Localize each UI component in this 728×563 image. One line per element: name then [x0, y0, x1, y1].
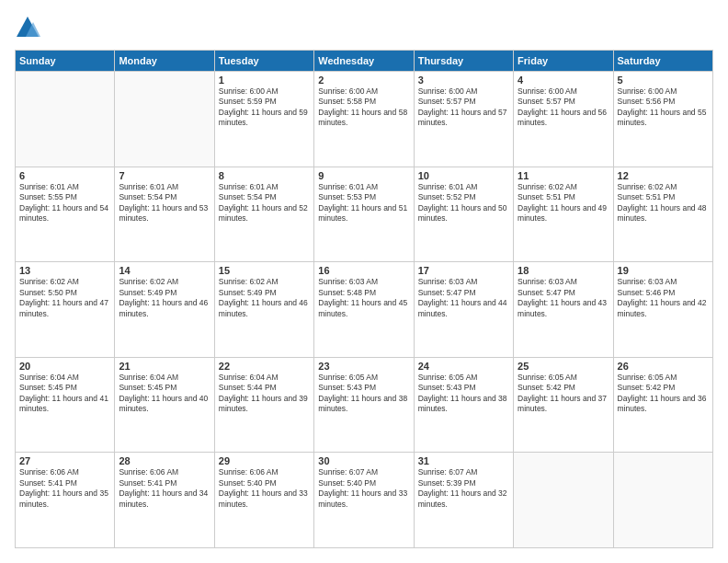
calendar-cell: 21Sunrise: 6:04 AM Sunset: 5:45 PM Dayli… — [115, 357, 214, 453]
day-number: 27 — [19, 455, 110, 466]
calendar-cell: 10Sunrise: 6:01 AM Sunset: 5:52 PM Dayli… — [414, 167, 513, 262]
day-info: Sunrise: 6:01 AM Sunset: 5:54 PM Dayligh… — [219, 182, 310, 224]
day-number: 12 — [618, 170, 709, 181]
calendar-cell: 13Sunrise: 6:02 AM Sunset: 5:50 PM Dayli… — [16, 262, 115, 358]
day-info: Sunrise: 6:01 AM Sunset: 5:52 PM Dayligh… — [418, 182, 509, 224]
day-number: 5 — [618, 75, 709, 86]
calendar-cell: 5Sunrise: 6:00 AM Sunset: 5:56 PM Daylig… — [613, 72, 712, 167]
calendar-cell: 7Sunrise: 6:01 AM Sunset: 5:54 PM Daylig… — [115, 167, 214, 262]
day-header-tuesday: Tuesday — [214, 51, 313, 72]
day-number: 4 — [518, 75, 609, 86]
day-info: Sunrise: 6:01 AM Sunset: 5:53 PM Dayligh… — [318, 182, 409, 224]
calendar-cell: 16Sunrise: 6:03 AM Sunset: 5:48 PM Dayli… — [314, 262, 414, 358]
day-header-sunday: Sunday — [16, 51, 115, 72]
day-number: 25 — [518, 361, 609, 372]
day-info: Sunrise: 6:06 AM Sunset: 5:41 PM Dayligh… — [119, 467, 210, 510]
day-number: 7 — [119, 170, 210, 181]
calendar-cell: 1Sunrise: 6:00 AM Sunset: 5:59 PM Daylig… — [214, 72, 313, 167]
day-info: Sunrise: 6:00 AM Sunset: 5:56 PM Dayligh… — [618, 86, 709, 129]
calendar-cell: 30Sunrise: 6:07 AM Sunset: 5:40 PM Dayli… — [314, 453, 414, 548]
day-number: 8 — [219, 170, 310, 181]
calendar-cell — [115, 72, 214, 167]
calendar-week-4: 27Sunrise: 6:06 AM Sunset: 5:41 PM Dayli… — [16, 453, 713, 548]
day-number: 19 — [618, 265, 709, 276]
day-number: 31 — [418, 455, 509, 466]
calendar-cell: 8Sunrise: 6:01 AM Sunset: 5:54 PM Daylig… — [214, 167, 313, 262]
header — [15, 15, 713, 40]
logo-icon — [15, 15, 40, 40]
calendar-cell: 4Sunrise: 6:00 AM Sunset: 5:57 PM Daylig… — [514, 72, 613, 167]
calendar-cell: 9Sunrise: 6:01 AM Sunset: 5:53 PM Daylig… — [314, 167, 414, 262]
calendar-cell — [514, 453, 613, 548]
calendar-cell: 22Sunrise: 6:04 AM Sunset: 5:44 PM Dayli… — [214, 357, 313, 453]
day-info: Sunrise: 6:01 AM Sunset: 5:54 PM Dayligh… — [119, 182, 210, 224]
day-number: 18 — [518, 265, 609, 276]
day-number: 6 — [19, 170, 110, 181]
day-info: Sunrise: 6:02 AM Sunset: 5:49 PM Dayligh… — [219, 277, 310, 319]
day-number: 15 — [219, 265, 310, 276]
day-info: Sunrise: 6:07 AM Sunset: 5:40 PM Dayligh… — [318, 467, 409, 510]
calendar-week-1: 6Sunrise: 6:01 AM Sunset: 5:55 PM Daylig… — [16, 167, 713, 262]
day-number: 24 — [418, 361, 509, 372]
day-info: Sunrise: 6:02 AM Sunset: 5:50 PM Dayligh… — [19, 277, 110, 319]
day-number: 9 — [318, 170, 409, 181]
calendar-cell: 12Sunrise: 6:02 AM Sunset: 5:51 PM Dayli… — [613, 167, 712, 262]
calendar-cell: 18Sunrise: 6:03 AM Sunset: 5:47 PM Dayli… — [514, 262, 613, 358]
calendar-cell: 26Sunrise: 6:05 AM Sunset: 5:42 PM Dayli… — [613, 357, 712, 453]
day-number: 29 — [219, 455, 310, 466]
day-number: 21 — [119, 361, 210, 372]
day-number: 10 — [418, 170, 509, 181]
day-number: 30 — [318, 455, 409, 466]
day-info: Sunrise: 6:02 AM Sunset: 5:51 PM Dayligh… — [518, 182, 609, 224]
day-number: 28 — [119, 455, 210, 466]
calendar-week-3: 20Sunrise: 6:04 AM Sunset: 5:45 PM Dayli… — [16, 357, 713, 453]
day-number: 14 — [119, 265, 210, 276]
page: SundayMondayTuesdayWednesdayThursdayFrid… — [0, 0, 728, 563]
day-number: 23 — [318, 361, 409, 372]
day-info: Sunrise: 6:00 AM Sunset: 5:58 PM Dayligh… — [318, 86, 409, 129]
day-info: Sunrise: 6:02 AM Sunset: 5:49 PM Dayligh… — [119, 277, 210, 319]
calendar-cell: 24Sunrise: 6:05 AM Sunset: 5:43 PM Dayli… — [414, 357, 513, 453]
calendar-cell: 31Sunrise: 6:07 AM Sunset: 5:39 PM Dayli… — [414, 453, 513, 548]
day-header-wednesday: Wednesday — [314, 51, 414, 72]
day-info: Sunrise: 6:05 AM Sunset: 5:43 PM Dayligh… — [418, 373, 509, 415]
day-info: Sunrise: 6:05 AM Sunset: 5:42 PM Dayligh… — [618, 373, 709, 415]
calendar-cell: 25Sunrise: 6:05 AM Sunset: 5:42 PM Dayli… — [514, 357, 613, 453]
day-info: Sunrise: 6:04 AM Sunset: 5:45 PM Dayligh… — [119, 373, 210, 415]
day-number: 20 — [19, 361, 110, 372]
day-info: Sunrise: 6:00 AM Sunset: 5:59 PM Dayligh… — [219, 86, 310, 129]
day-info: Sunrise: 6:02 AM Sunset: 5:51 PM Dayligh… — [618, 182, 709, 224]
calendar-cell: 29Sunrise: 6:06 AM Sunset: 5:40 PM Dayli… — [214, 453, 313, 548]
calendar-week-0: 1Sunrise: 6:00 AM Sunset: 5:59 PM Daylig… — [16, 72, 713, 167]
logo — [15, 15, 44, 40]
day-info: Sunrise: 6:03 AM Sunset: 5:47 PM Dayligh… — [418, 277, 509, 319]
calendar-cell: 14Sunrise: 6:02 AM Sunset: 5:49 PM Dayli… — [115, 262, 214, 358]
calendar-table: SundayMondayTuesdayWednesdayThursdayFrid… — [15, 50, 713, 548]
calendar-cell: 28Sunrise: 6:06 AM Sunset: 5:41 PM Dayli… — [115, 453, 214, 548]
day-number: 11 — [518, 170, 609, 181]
calendar-cell: 17Sunrise: 6:03 AM Sunset: 5:47 PM Dayli… — [414, 262, 513, 358]
day-header-friday: Friday — [514, 51, 613, 72]
day-info: Sunrise: 6:03 AM Sunset: 5:48 PM Dayligh… — [318, 277, 409, 319]
day-number: 17 — [418, 265, 509, 276]
calendar-cell: 19Sunrise: 6:03 AM Sunset: 5:46 PM Dayli… — [613, 262, 712, 358]
calendar-cell — [613, 453, 712, 548]
day-number: 2 — [318, 75, 409, 86]
day-info: Sunrise: 6:00 AM Sunset: 5:57 PM Dayligh… — [418, 86, 509, 129]
day-info: Sunrise: 6:01 AM Sunset: 5:55 PM Dayligh… — [19, 182, 110, 224]
calendar-week-2: 13Sunrise: 6:02 AM Sunset: 5:50 PM Dayli… — [16, 262, 713, 358]
day-header-thursday: Thursday — [414, 51, 513, 72]
day-header-monday: Monday — [115, 51, 214, 72]
day-info: Sunrise: 6:04 AM Sunset: 5:45 PM Dayligh… — [19, 373, 110, 415]
day-header-saturday: Saturday — [613, 51, 712, 72]
calendar-cell: 27Sunrise: 6:06 AM Sunset: 5:41 PM Dayli… — [16, 453, 115, 548]
calendar-cell: 3Sunrise: 6:00 AM Sunset: 5:57 PM Daylig… — [414, 72, 513, 167]
day-info: Sunrise: 6:00 AM Sunset: 5:57 PM Dayligh… — [518, 86, 609, 129]
calendar-cell: 11Sunrise: 6:02 AM Sunset: 5:51 PM Dayli… — [514, 167, 613, 262]
day-number: 3 — [418, 75, 509, 86]
day-number: 1 — [219, 75, 310, 86]
day-info: Sunrise: 6:06 AM Sunset: 5:40 PM Dayligh… — [219, 467, 310, 510]
day-number: 16 — [318, 265, 409, 276]
calendar-cell: 23Sunrise: 6:05 AM Sunset: 5:43 PM Dayli… — [314, 357, 414, 453]
day-info: Sunrise: 6:07 AM Sunset: 5:39 PM Dayligh… — [418, 467, 509, 510]
